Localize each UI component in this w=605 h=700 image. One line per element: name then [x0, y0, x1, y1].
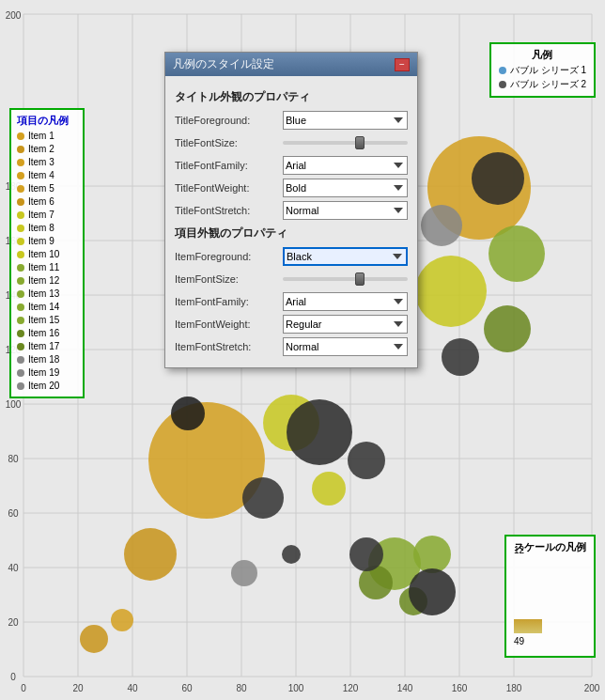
title-fontfamily-select[interactable]: Arial — [283, 156, 408, 175]
svg-text:180: 180 — [506, 683, 522, 693]
legend-dot — [17, 185, 24, 193]
legend-label: Item 17 — [28, 340, 59, 353]
item-fontweight-select[interactable]: Regular — [283, 315, 408, 334]
item-fontsize-slider[interactable] — [283, 277, 408, 281]
legend-item: Item 19 — [17, 366, 77, 380]
legend-label: Item 8 — [28, 222, 54, 235]
legend-item: Item 13 — [17, 288, 77, 301]
title-fontfamily-label: TitleFontFamily: — [175, 160, 283, 171]
legend-series-panel: 凡例 バブル シリーズ 1バブル シリーズ 2 — [489, 42, 596, 98]
item-fontfamily-select[interactable]: Arial — [283, 292, 408, 311]
item-fontweight-control[interactable]: Regular — [283, 315, 408, 334]
legend-scale-panel: スケールの凡例 49 12 — [504, 535, 596, 658]
item-foreground-select[interactable]: Black — [283, 247, 408, 266]
dialog-titlebar[interactable]: 凡例のスタイル設定 − — [165, 53, 417, 76]
svg-text:60: 60 — [8, 508, 19, 519]
legend-dot — [17, 303, 24, 311]
legend-label: Item 6 — [28, 195, 54, 209]
svg-text:140: 140 — [397, 683, 413, 693]
title-foreground-select[interactable]: Blue — [283, 111, 408, 130]
legend-label: Item 16 — [28, 327, 59, 340]
series-label: バブル シリーズ 1 — [510, 64, 586, 77]
svg-point-45 — [111, 609, 133, 631]
svg-point-39 — [413, 536, 451, 573]
legend-item: Item 5 — [17, 182, 77, 195]
svg-text:60: 60 — [181, 683, 193, 693]
legend-item: Item 3 — [17, 156, 77, 169]
title-fontfamily-control[interactable]: Arial — [283, 156, 408, 175]
legend-dot — [17, 277, 24, 285]
legend-item: Item 1 — [17, 130, 77, 143]
svg-text:100: 100 — [288, 683, 304, 693]
series-item: バブル シリーズ 2 — [499, 78, 586, 91]
item-fontstretch-select[interactable]: Normal — [283, 337, 408, 356]
title-foreground-label: TitleForeground: — [175, 115, 283, 126]
legend-dot — [17, 198, 24, 206]
style-settings-dialog: 凡例のスタイル設定 − タイトル外観のプロパティ TitleForeground… — [164, 52, 418, 368]
legend-items-list: Item 1Item 2Item 3Item 4Item 5Item 6Item… — [17, 130, 77, 393]
legend-item: Item 9 — [17, 235, 77, 248]
svg-text:40: 40 — [8, 563, 19, 573]
title-fontsize-row: TitleFontSize: — [175, 133, 408, 152]
svg-text:200: 200 — [584, 683, 600, 693]
svg-text:200: 200 — [6, 10, 22, 21]
legend-label: Item 15 — [28, 314, 59, 327]
svg-point-33 — [489, 226, 545, 282]
legend-item: Item 12 — [17, 274, 77, 288]
legend-dot — [17, 172, 24, 179]
item-fontfamily-row: ItemFontFamily: Arial — [175, 292, 408, 311]
title-fontweight-control[interactable]: Bold — [283, 179, 408, 197]
svg-point-29 — [171, 397, 205, 430]
svg-point-44 — [80, 625, 108, 653]
legend-dot — [17, 225, 24, 232]
item-fontsize-thumb[interactable] — [355, 272, 365, 286]
title-fontweight-select[interactable]: Bold — [283, 179, 408, 197]
legend-dot — [17, 382, 24, 390]
title-fontsize-thumb[interactable] — [355, 136, 365, 149]
item-foreground-control[interactable]: Black — [283, 247, 408, 266]
item-fontsize-control[interactable] — [283, 270, 408, 288]
title-fontsize-control[interactable] — [283, 133, 408, 152]
legend-dot — [17, 211, 24, 219]
legend-label: Item 1 — [28, 130, 54, 143]
title-fontfamily-row: TitleFontFamily: Arial — [175, 156, 408, 175]
legend-item: Item 14 — [17, 301, 77, 314]
svg-text:80: 80 — [8, 454, 19, 464]
item-fontfamily-label: ItemFontFamily: — [175, 296, 283, 307]
chart-area: 0 20 40 60 80 100 120 140 160 180 200 0 … — [0, 0, 605, 700]
title-fontsize-label: TitleFontSize: — [175, 137, 283, 148]
title-fontstretch-row: TitleFontStretch: Normal — [175, 201, 408, 220]
svg-point-36 — [472, 152, 524, 205]
title-fontstretch-label: TitleFontStretch: — [175, 205, 283, 216]
legend-dot — [17, 238, 24, 245]
item-fontsize-label: ItemFontSize: — [175, 273, 283, 285]
legend-item: Item 11 — [17, 261, 77, 274]
title-fontsize-slider[interactable] — [283, 141, 408, 145]
legend-label: Item 10 — [28, 248, 59, 261]
legend-dot — [17, 290, 24, 298]
legend-dot — [17, 132, 24, 140]
legend-label: Item 14 — [28, 301, 59, 314]
dialog-close-button[interactable]: − — [395, 58, 410, 71]
item-fontfamily-control[interactable]: Arial — [283, 292, 408, 311]
legend-label: Item 12 — [28, 274, 59, 288]
svg-text:40: 40 — [127, 683, 138, 693]
title-fontstretch-select[interactable]: Normal — [283, 201, 408, 220]
legend-series-list: バブル シリーズ 1バブル シリーズ 2 — [499, 64, 586, 91]
svg-text:120: 120 — [343, 683, 359, 693]
series-item: バブル シリーズ 1 — [499, 64, 586, 77]
svg-text:20: 20 — [72, 683, 84, 693]
legend-series-title: 凡例 — [499, 48, 586, 62]
item-section-header: 項目外観のプロパティ — [175, 226, 408, 241]
item-fontstretch-control[interactable]: Normal — [283, 337, 408, 356]
title-fontstretch-control[interactable]: Normal — [283, 201, 408, 220]
legend-item: Item 18 — [17, 353, 77, 366]
svg-point-47 — [282, 545, 301, 564]
legend-items-panel: 項目の凡例 Item 1Item 2Item 3Item 4Item 5Item… — [9, 108, 85, 398]
svg-text:0: 0 — [10, 672, 16, 682]
svg-point-30 — [348, 442, 385, 479]
svg-point-34 — [421, 205, 462, 246]
legend-label: Item 5 — [28, 182, 54, 195]
title-foreground-control[interactable]: Blue — [283, 111, 408, 130]
legend-label: Item 2 — [28, 143, 54, 156]
